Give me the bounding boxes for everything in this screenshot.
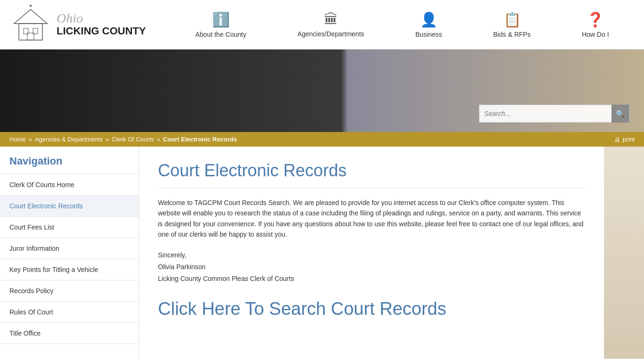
nav-howdoi[interactable]: ❓ How Do I: [582, 11, 609, 38]
breadcrumb-sep-2: »: [106, 136, 109, 143]
logo-icon: [9, 5, 52, 45]
nav-business[interactable]: 👤 Business: [415, 11, 442, 38]
sidebar-item-juror-info[interactable]: Juror Information: [0, 238, 139, 259]
nav-bids[interactable]: 📋 Bids & RFPs: [493, 11, 530, 38]
breadcrumb-current: Court Electronic Records: [163, 136, 237, 143]
sidebar-link-clerk-home[interactable]: Clerk Of Courts Home: [0, 174, 139, 195]
sidebar-item-title-office[interactable]: Title Office: [0, 323, 139, 344]
main-content: Court Electronic Records Welcome to TAGC…: [139, 147, 604, 359]
nav-agencies[interactable]: 🏛 Agencies/Departments: [297, 11, 364, 38]
search-records-link[interactable]: Click Here To Search Court Records: [158, 299, 585, 319]
signature-block: Sincerely, Olivia Parkinson Licking Coun…: [158, 249, 585, 285]
print-icon: 🖨: [614, 136, 620, 143]
sidebar-item-records-policy[interactable]: Records Policy: [0, 280, 139, 302]
nav-agencies-label: Agencies/Departments: [297, 30, 364, 38]
nav-about[interactable]: ℹ️ About the County: [195, 11, 246, 38]
print-label: print: [623, 136, 635, 143]
sidebar: Navigation Clerk Of Courts Home Court El…: [0, 147, 139, 359]
sidebar-item-rules-of-court[interactable]: Rules Of Court: [0, 302, 139, 323]
intro-text: Welcome to TAGCPM Court Records Search. …: [158, 197, 585, 240]
sidebar-link-rules-of-court[interactable]: Rules Of Court: [0, 302, 139, 322]
breadcrumb-clerk[interactable]: Clerk Of Courts: [112, 136, 154, 143]
sidebar-link-records-policy[interactable]: Records Policy: [0, 280, 139, 301]
about-icon: ℹ️: [212, 11, 230, 28]
breadcrumb-bar: Home » Agencies & Departments » Clerk Of…: [0, 132, 644, 147]
sidebar-link-court-electronic[interactable]: Court Electronic Records: [0, 196, 139, 216]
nav-bids-label: Bids & RFPs: [493, 31, 530, 38]
site-header: Ohio LICKING COUNTY ℹ️ About the County …: [0, 0, 644, 49]
print-button[interactable]: 🖨 print: [614, 136, 635, 143]
logo-licking: LICKING COUNTY: [57, 25, 146, 37]
nav-about-label: About the County: [195, 31, 246, 38]
search-button[interactable]: 🔍: [611, 105, 629, 123]
breadcrumb-sep-3: »: [157, 136, 160, 143]
breadcrumb-sep-1: »: [29, 136, 32, 143]
nav-business-label: Business: [415, 31, 442, 38]
breadcrumb: Home » Agencies & Departments » Clerk Of…: [9, 136, 237, 143]
svg-rect-0: [19, 24, 42, 40]
main-nav: ℹ️ About the County 🏛 Agencies/Departmen…: [170, 11, 635, 38]
author-title: Licking County Common Pleas Clerk of Cou…: [158, 273, 585, 285]
sidebar-title: Navigation: [0, 147, 139, 174]
author-name: Olivia Parkinson: [158, 261, 585, 273]
breadcrumb-agencies[interactable]: Agencies & Departments: [35, 136, 103, 143]
main-layout: Navigation Clerk Of Courts Home Court El…: [0, 147, 644, 359]
sidebar-link-title-office[interactable]: Title Office: [0, 323, 139, 344]
business-icon: 👤: [420, 11, 438, 28]
sidebar-link-key-points[interactable]: Key Points for Titling a Vehicle: [0, 259, 139, 280]
sidebar-item-clerk-home[interactable]: Clerk Of Courts Home: [0, 174, 139, 196]
sidebar-link-court-fees[interactable]: Court Fees List: [0, 217, 139, 238]
search-box: 🔍: [479, 105, 630, 123]
svg-marker-1: [14, 9, 47, 24]
sidebar-item-court-fees[interactable]: Court Fees List: [0, 217, 139, 238]
sincerely: Sincerely,: [158, 249, 585, 261]
agencies-icon: 🏛: [324, 11, 338, 27]
nav-howdoi-label: How Do I: [582, 31, 609, 38]
sidebar-link-juror-info[interactable]: Juror Information: [0, 238, 139, 259]
logo-area: Ohio LICKING COUNTY: [9, 5, 170, 45]
bids-icon: 📋: [504, 11, 521, 28]
hero-banner: 🔍: [0, 49, 644, 132]
sidebar-item-key-points[interactable]: Key Points for Titling a Vehicle: [0, 259, 139, 280]
right-decorative-panel: [604, 147, 644, 359]
sidebar-item-court-electronic[interactable]: Court Electronic Records: [0, 196, 139, 217]
howdoi-icon: ❓: [586, 11, 604, 28]
search-input[interactable]: [479, 110, 611, 117]
logo-ohio: Ohio: [57, 12, 146, 25]
page-title: Court Electronic Records: [158, 161, 585, 188]
breadcrumb-home[interactable]: Home: [9, 136, 26, 143]
logo-text: Ohio LICKING COUNTY: [57, 12, 146, 37]
